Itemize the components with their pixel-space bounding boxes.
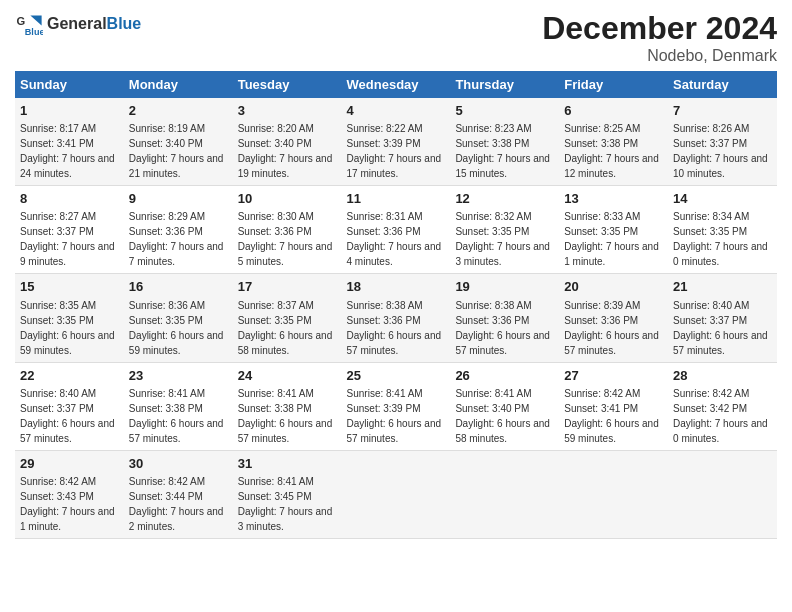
calendar-cell: [668, 450, 777, 538]
day-number: 14: [673, 190, 772, 208]
day-number: 13: [564, 190, 663, 208]
day-detail: Sunrise: 8:32 AMSunset: 3:35 PMDaylight:…: [455, 211, 550, 267]
day-detail: Sunrise: 8:19 AMSunset: 3:40 PMDaylight:…: [129, 123, 224, 179]
day-number: 24: [238, 367, 337, 385]
calendar-cell: 5Sunrise: 8:23 AMSunset: 3:38 PMDaylight…: [450, 98, 559, 186]
day-detail: Sunrise: 8:42 AMSunset: 3:42 PMDaylight:…: [673, 388, 768, 444]
day-number: 16: [129, 278, 228, 296]
calendar-cell: 6Sunrise: 8:25 AMSunset: 3:38 PMDaylight…: [559, 98, 668, 186]
calendar-cell: 20Sunrise: 8:39 AMSunset: 3:36 PMDayligh…: [559, 274, 668, 362]
day-number: 2: [129, 102, 228, 120]
col-wednesday: Wednesday: [342, 71, 451, 98]
col-sunday: Sunday: [15, 71, 124, 98]
calendar-cell: 1Sunrise: 8:17 AMSunset: 3:41 PMDaylight…: [15, 98, 124, 186]
day-number: 29: [20, 455, 119, 473]
calendar-cell: 30Sunrise: 8:42 AMSunset: 3:44 PMDayligh…: [124, 450, 233, 538]
day-number: 19: [455, 278, 554, 296]
day-number: 6: [564, 102, 663, 120]
day-detail: Sunrise: 8:26 AMSunset: 3:37 PMDaylight:…: [673, 123, 768, 179]
calendar-cell: 27Sunrise: 8:42 AMSunset: 3:41 PMDayligh…: [559, 362, 668, 450]
day-detail: Sunrise: 8:27 AMSunset: 3:37 PMDaylight:…: [20, 211, 115, 267]
calendar-week-2: 8Sunrise: 8:27 AMSunset: 3:37 PMDaylight…: [15, 186, 777, 274]
day-detail: Sunrise: 8:38 AMSunset: 3:36 PMDaylight:…: [347, 300, 442, 356]
day-detail: Sunrise: 8:36 AMSunset: 3:35 PMDaylight:…: [129, 300, 224, 356]
main-title: December 2024: [542, 10, 777, 47]
calendar-cell: [342, 450, 451, 538]
calendar-cell: 12Sunrise: 8:32 AMSunset: 3:35 PMDayligh…: [450, 186, 559, 274]
day-detail: Sunrise: 8:37 AMSunset: 3:35 PMDaylight:…: [238, 300, 333, 356]
calendar-cell: 15Sunrise: 8:35 AMSunset: 3:35 PMDayligh…: [15, 274, 124, 362]
day-detail: Sunrise: 8:25 AMSunset: 3:38 PMDaylight:…: [564, 123, 659, 179]
day-detail: Sunrise: 8:41 AMSunset: 3:38 PMDaylight:…: [238, 388, 333, 444]
calendar-cell: 31Sunrise: 8:41 AMSunset: 3:45 PMDayligh…: [233, 450, 342, 538]
calendar-cell: [450, 450, 559, 538]
calendar-cell: 17Sunrise: 8:37 AMSunset: 3:35 PMDayligh…: [233, 274, 342, 362]
calendar-cell: 14Sunrise: 8:34 AMSunset: 3:35 PMDayligh…: [668, 186, 777, 274]
day-number: 1: [20, 102, 119, 120]
subtitle: Nodebo, Denmark: [542, 47, 777, 65]
header: G Blue GeneralBlue December 2024 Nodebo,…: [15, 10, 777, 65]
day-detail: Sunrise: 8:41 AMSunset: 3:40 PMDaylight:…: [455, 388, 550, 444]
title-block: December 2024 Nodebo, Denmark: [542, 10, 777, 65]
day-number: 30: [129, 455, 228, 473]
calendar-cell: 22Sunrise: 8:40 AMSunset: 3:37 PMDayligh…: [15, 362, 124, 450]
day-number: 28: [673, 367, 772, 385]
day-number: 10: [238, 190, 337, 208]
header-row: Sunday Monday Tuesday Wednesday Thursday…: [15, 71, 777, 98]
day-number: 26: [455, 367, 554, 385]
day-number: 11: [347, 190, 446, 208]
day-number: 31: [238, 455, 337, 473]
calendar-cell: 11Sunrise: 8:31 AMSunset: 3:36 PMDayligh…: [342, 186, 451, 274]
day-number: 3: [238, 102, 337, 120]
col-thursday: Thursday: [450, 71, 559, 98]
day-number: 8: [20, 190, 119, 208]
day-detail: Sunrise: 8:42 AMSunset: 3:43 PMDaylight:…: [20, 476, 115, 532]
day-detail: Sunrise: 8:33 AMSunset: 3:35 PMDaylight:…: [564, 211, 659, 267]
logo: G Blue GeneralBlue: [15, 10, 141, 38]
calendar-cell: 25Sunrise: 8:41 AMSunset: 3:39 PMDayligh…: [342, 362, 451, 450]
calendar-cell: [559, 450, 668, 538]
day-number: 7: [673, 102, 772, 120]
day-detail: Sunrise: 8:38 AMSunset: 3:36 PMDaylight:…: [455, 300, 550, 356]
page-container: G Blue GeneralBlue December 2024 Nodebo,…: [0, 0, 792, 549]
calendar-cell: 16Sunrise: 8:36 AMSunset: 3:35 PMDayligh…: [124, 274, 233, 362]
day-number: 22: [20, 367, 119, 385]
calendar-table: Sunday Monday Tuesday Wednesday Thursday…: [15, 71, 777, 539]
day-detail: Sunrise: 8:22 AMSunset: 3:39 PMDaylight:…: [347, 123, 442, 179]
calendar-cell: 8Sunrise: 8:27 AMSunset: 3:37 PMDaylight…: [15, 186, 124, 274]
col-tuesday: Tuesday: [233, 71, 342, 98]
day-detail: Sunrise: 8:40 AMSunset: 3:37 PMDaylight:…: [673, 300, 768, 356]
calendar-cell: 3Sunrise: 8:20 AMSunset: 3:40 PMDaylight…: [233, 98, 342, 186]
svg-marker-1: [30, 16, 41, 26]
day-number: 20: [564, 278, 663, 296]
svg-text:G: G: [16, 15, 25, 27]
calendar-week-3: 15Sunrise: 8:35 AMSunset: 3:35 PMDayligh…: [15, 274, 777, 362]
logo-general: General: [47, 15, 107, 32]
calendar-cell: 7Sunrise: 8:26 AMSunset: 3:37 PMDaylight…: [668, 98, 777, 186]
calendar-cell: 24Sunrise: 8:41 AMSunset: 3:38 PMDayligh…: [233, 362, 342, 450]
calendar-week-4: 22Sunrise: 8:40 AMSunset: 3:37 PMDayligh…: [15, 362, 777, 450]
calendar-cell: 4Sunrise: 8:22 AMSunset: 3:39 PMDaylight…: [342, 98, 451, 186]
day-number: 17: [238, 278, 337, 296]
day-detail: Sunrise: 8:39 AMSunset: 3:36 PMDaylight:…: [564, 300, 659, 356]
day-number: 21: [673, 278, 772, 296]
calendar-cell: 2Sunrise: 8:19 AMSunset: 3:40 PMDaylight…: [124, 98, 233, 186]
calendar-cell: 26Sunrise: 8:41 AMSunset: 3:40 PMDayligh…: [450, 362, 559, 450]
calendar-cell: 29Sunrise: 8:42 AMSunset: 3:43 PMDayligh…: [15, 450, 124, 538]
calendar-cell: 28Sunrise: 8:42 AMSunset: 3:42 PMDayligh…: [668, 362, 777, 450]
calendar-cell: 13Sunrise: 8:33 AMSunset: 3:35 PMDayligh…: [559, 186, 668, 274]
day-detail: Sunrise: 8:20 AMSunset: 3:40 PMDaylight:…: [238, 123, 333, 179]
calendar-cell: 19Sunrise: 8:38 AMSunset: 3:36 PMDayligh…: [450, 274, 559, 362]
day-detail: Sunrise: 8:42 AMSunset: 3:41 PMDaylight:…: [564, 388, 659, 444]
day-number: 15: [20, 278, 119, 296]
day-detail: Sunrise: 8:17 AMSunset: 3:41 PMDaylight:…: [20, 123, 115, 179]
day-detail: Sunrise: 8:29 AMSunset: 3:36 PMDaylight:…: [129, 211, 224, 267]
day-detail: Sunrise: 8:35 AMSunset: 3:35 PMDaylight:…: [20, 300, 115, 356]
day-number: 9: [129, 190, 228, 208]
logo-icon: G Blue: [15, 10, 43, 38]
day-number: 25: [347, 367, 446, 385]
col-friday: Friday: [559, 71, 668, 98]
day-detail: Sunrise: 8:41 AMSunset: 3:38 PMDaylight:…: [129, 388, 224, 444]
col-monday: Monday: [124, 71, 233, 98]
calendar-cell: 23Sunrise: 8:41 AMSunset: 3:38 PMDayligh…: [124, 362, 233, 450]
